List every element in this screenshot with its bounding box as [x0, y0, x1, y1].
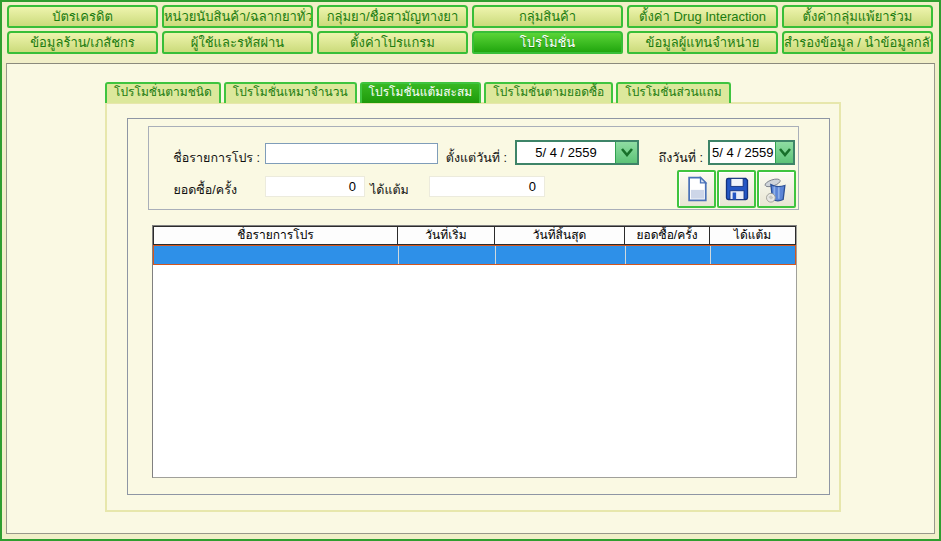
tab-credit-card[interactable]: บัตรเครดิต — [7, 5, 158, 28]
from-date-picker[interactable]: 5/ 4 / 2559 — [515, 140, 639, 165]
tab-users-passwords[interactable]: ผู้ใช้และรหัสผ่าน — [162, 31, 313, 54]
purchase-per-time-field[interactable]: 0 — [265, 176, 365, 197]
table-row[interactable] — [153, 245, 796, 265]
to-date-picker[interactable]: 5/ 4 / 2559 — [708, 140, 795, 165]
tab-product-groups[interactable]: กลุ่มสินค้า — [472, 5, 623, 28]
delete-icon — [763, 175, 791, 203]
column-header-end-date[interactable]: วันที่สิ้นสุด — [495, 226, 625, 245]
row-cell-promo-name — [154, 246, 399, 264]
promo-list-header: ชื่อรายการโปร วันที่เริ่ม วันที่สิ้นสุด … — [153, 226, 796, 245]
delete-button[interactable] — [757, 170, 796, 208]
tab-drug-interaction[interactable]: ตั้งค่า Drug Interaction — [627, 5, 778, 28]
points-earned-field[interactable]: 0 — [429, 176, 545, 197]
to-date-value: 5/ 4 / 2559 — [710, 142, 775, 163]
top-tabbar-row2: ข้อมูลร้าน/เภสัชกร ผู้ใช้และรหัสผ่าน ตั้… — [7, 31, 933, 54]
tab-promo-by-total[interactable]: โปรโมชั่นตามยอดซื้อ — [484, 82, 613, 103]
promo-list[interactable]: ชื่อรายการโปร วันที่เริ่ม วันที่สิ้นสุด … — [152, 225, 797, 478]
row-cell-end-date — [496, 246, 626, 264]
column-header-promo-name[interactable]: ชื่อรายการโปร — [153, 226, 398, 245]
row-cell-points — [711, 246, 795, 264]
chevron-down-icon — [779, 148, 791, 157]
save-icon — [723, 175, 751, 203]
tab-drug-groups[interactable]: กลุ่มยา/ชื่อสามัญทางยา — [317, 5, 468, 28]
column-header-start-date[interactable]: วันที่เริ่ม — [398, 226, 495, 245]
top-tabbar-row1: บัตรเครดิต หน่วยนับสินค้า/ฉลากยาทั่วไป ก… — [7, 5, 933, 28]
from-date-value: 5/ 4 / 2559 — [517, 142, 615, 163]
purchase-per-time-label: ยอดซื้อ/ครั้ง — [152, 180, 237, 200]
to-date-label: ถึงวันที่ : — [647, 148, 703, 168]
promo-name-label: ชื่อรายการโปร : — [152, 148, 260, 168]
to-date-dropdown-button[interactable] — [775, 142, 793, 163]
chevron-down-icon — [621, 148, 633, 157]
tab-promo-points[interactable]: โปรโมชั่นแต้มสะสม — [360, 82, 482, 103]
row-cell-purchase — [626, 246, 711, 264]
new-button[interactable] — [677, 170, 716, 208]
from-date-label: ตั้งแต่วันที่ : — [442, 148, 507, 168]
tab-promo-freebie[interactable]: โปรโมชั่นส่วนแถม — [616, 82, 730, 103]
tab-backup-restore[interactable]: สำรองข้อมูล / นำข้อมูลกลับมา — [782, 31, 933, 54]
app-window: บัตรเครดิต หน่วยนับสินค้า/ฉลากยาทั่วไป ก… — [0, 0, 941, 541]
promo-name-input[interactable] — [265, 143, 438, 164]
tab-units-labels[interactable]: หน่วยนับสินค้า/ฉลากยาทั่วไป — [162, 5, 313, 28]
new-document-icon — [683, 175, 711, 203]
from-date-dropdown-button[interactable] — [615, 142, 637, 163]
points-earned-label: ได้แต้ม — [370, 180, 416, 200]
tab-promo-by-type[interactable]: โปรโมชั่นตามชนิด — [105, 82, 221, 103]
tab-shop-info[interactable]: ข้อมูลร้าน/เภสัชกร — [7, 31, 158, 54]
tab-distributor-info[interactable]: ข้อมูลผู้แทนจำหน่าย — [627, 31, 778, 54]
promo-tabbar: โปรโมชั่นตามชนิด โปรโมชั่นเหมาจำนวน โปรโ… — [105, 82, 731, 103]
column-header-purchase-per-time[interactable]: ยอดซื้อ/ครั้ง — [625, 226, 710, 245]
save-button[interactable] — [717, 170, 756, 208]
tab-program-settings[interactable]: ตั้งค่าโปรแกรม — [317, 31, 468, 54]
row-cell-start-date — [399, 246, 496, 264]
tab-promotion[interactable]: โปรโมชั่น — [472, 31, 623, 54]
tab-allergy-groups[interactable]: ตั้งค่ากลุ่มแพ้ยาร่วม — [782, 5, 933, 28]
tab-promo-bulk[interactable]: โปรโมชั่นเหมาจำนวน — [224, 82, 357, 103]
column-header-points[interactable]: ได้แต้ม — [710, 226, 796, 245]
